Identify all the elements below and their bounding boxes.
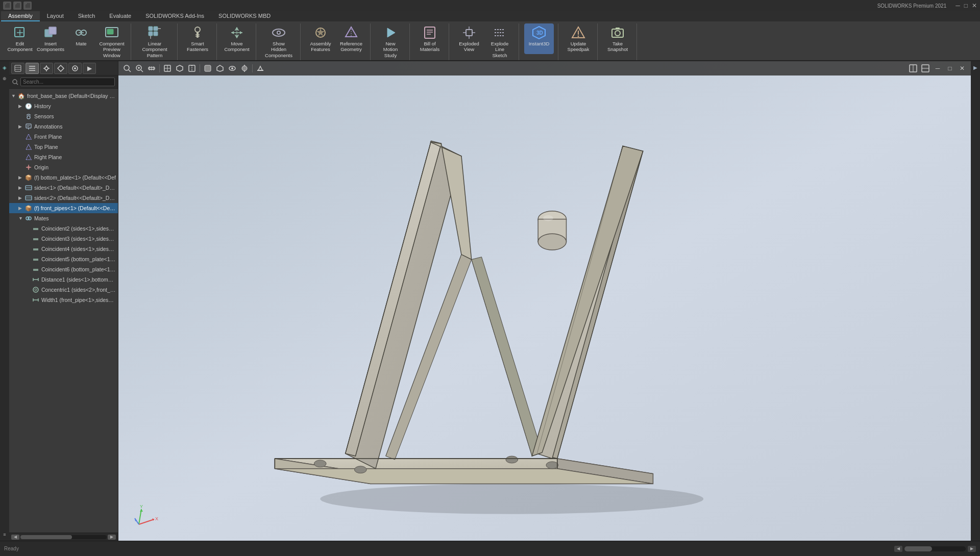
exploded-view-btn[interactable]: ExplodedView: [454, 23, 484, 55]
maximize-btn[interactable]: □: [964, 2, 968, 9]
sides2-label: sides<2> (Default<<Default>_Displ: [34, 195, 116, 201]
split-view-btn[interactable]: [908, 63, 919, 73]
update-speedpak-btn[interactable]: UpdateSpeedpak: [564, 23, 593, 55]
tab-sketch[interactable]: Sketch: [71, 11, 103, 21]
expand-mates[interactable]: ▼: [18, 216, 24, 221]
tree-item-front-pipes[interactable]: ▶ 📦 (f) front_pipes<1> (Default<<Defau: [9, 203, 118, 213]
nav-right-btn[interactable]: ▶: [968, 546, 976, 552]
linear-component-pattern-btn[interactable]: LinearComponentPattern: [136, 23, 173, 60]
tree-item-front-plane[interactable]: ▶ Front Plane: [9, 132, 118, 142]
mate-btn[interactable]: Mate: [66, 23, 96, 54]
tree-item-top-plane[interactable]: ▶ Top Plane: [9, 142, 118, 152]
tree-item-width1[interactable]: ▶ Width1 (front_pipe<1>,sides<...: [9, 295, 118, 305]
tree-item-coincident2[interactable]: ▶ Coincident2 (sides<1>,sides<2>...: [9, 223, 118, 234]
tab-evaluate[interactable]: Evaluate: [102, 11, 138, 21]
close-btn[interactable]: ✕: [972, 2, 977, 9]
scroll-right-btn[interactable]: ▶: [108, 535, 116, 540]
window-controls[interactable]: ─ □ ✕: [955, 2, 977, 9]
expand-bottom-plate[interactable]: ▶: [18, 175, 24, 180]
floor-btn[interactable]: [255, 63, 266, 73]
svg-point-138: [506, 456, 518, 463]
panel-tool-circle[interactable]: [68, 63, 82, 74]
sidebar-icon-2[interactable]: ⊕: [1, 74, 9, 83]
move-component-btn[interactable]: MoveComponent: [222, 23, 252, 55]
measure-btn[interactable]: [146, 63, 157, 73]
tree-item-sides1[interactable]: ▶ sides<1> (Default<<Default>_Displ: [9, 183, 118, 193]
tree-item-right-plane[interactable]: ▶ Right Plane: [9, 152, 118, 162]
assembly-features-btn[interactable]: AssemblyFeatures: [306, 23, 335, 55]
smart-fasteners-btn[interactable]: SmartFasteners: [183, 23, 212, 55]
right-sidebar-icon-1[interactable]: ▶: [971, 63, 979, 71]
cut-section-btn[interactable]: [186, 63, 198, 73]
take-snapshot-btn[interactable]: TakeSnapshot: [603, 23, 632, 55]
maximize-view-btn[interactable]: □: [944, 63, 955, 73]
scroll-left-btn[interactable]: ◀: [11, 535, 19, 540]
minimize-panel-btn[interactable]: ─: [932, 63, 943, 73]
title-icon-3[interactable]: ⬛: [23, 2, 32, 10]
tree-item-mates[interactable]: ▼ Mates: [9, 213, 118, 223]
expand-history[interactable]: ▶: [18, 104, 24, 109]
reference-geometry-btn[interactable]: ReferenceGeometry: [336, 23, 366, 55]
display-style-btn[interactable]: [202, 63, 213, 73]
close-view-btn[interactable]: ✕: [957, 63, 968, 73]
nav-left-btn[interactable]: ◀: [894, 546, 902, 552]
expand-sides2[interactable]: ▶: [18, 195, 24, 200]
component-preview-btn[interactable]: ComponentPreviewWindow: [97, 23, 127, 60]
sidebar-icon-bottom[interactable]: ≡: [1, 530, 9, 539]
new-motion-study-btn[interactable]: NewMotionStudy: [376, 23, 405, 60]
tree-item-root[interactable]: ▼ 🏠 front_base_base (Default<Display Sta…: [9, 91, 118, 101]
tree-item-concentric1[interactable]: ▶ Concentric1 (sides<2>,front_pi...: [9, 285, 118, 295]
view-3d-btn[interactable]: [174, 63, 185, 73]
tab-assembly[interactable]: Assembly: [1, 11, 40, 21]
show-hidden-components-btn[interactable]: ShowHiddenComponents: [261, 23, 296, 60]
tree-item-annotations[interactable]: ▶ Annotations: [9, 121, 118, 132]
tree-item-origin[interactable]: ▶ Origin: [9, 162, 118, 172]
tree-item-sides2[interactable]: ▶ sides<2> (Default<<Default>_Displ: [9, 193, 118, 203]
panel-tool-diamond[interactable]: [54, 63, 67, 74]
bill-of-materials-btn[interactable]: Bill ofMaterials: [415, 23, 445, 55]
tree-item-coincident6[interactable]: ▶ Coincident6 (bottom_plate<1>...: [9, 264, 118, 274]
zoom-in-btn[interactable]: [134, 63, 145, 73]
tree-item-bottom-plate[interactable]: ▶ 📦 (f) bottom_plate<1> (Default<<Def: [9, 172, 118, 183]
motion-group-buttons: NewMotionStudy: [376, 23, 405, 60]
wireframe-btn[interactable]: [214, 63, 226, 73]
progress-track[interactable]: [904, 546, 966, 551]
sidebar-icon-1[interactable]: ◈: [1, 63, 9, 71]
search-input[interactable]: [20, 78, 115, 86]
explode-line-sketch-btn[interactable]: ExplodeLineSketch: [485, 23, 514, 60]
insert-components-btn[interactable]: InsertComponents: [36, 23, 65, 55]
tree-item-sensors[interactable]: ▶ Sensors: [9, 111, 118, 121]
view-orient-btn[interactable]: [162, 63, 173, 73]
panel-tool-config[interactable]: [40, 63, 53, 74]
smart-fasteners-label: SmartFasteners: [187, 41, 208, 53]
zoom-btn[interactable]: [121, 63, 133, 73]
hide-show-btn[interactable]: [227, 63, 238, 73]
title-icon-2[interactable]: ⬛: [13, 2, 21, 10]
tab-solidworks-addins[interactable]: SOLIDWORKS Add-Ins: [138, 11, 211, 21]
panel-scrollbar-h[interactable]: ◀ ▶: [9, 533, 118, 541]
minimize-btn[interactable]: ─: [955, 2, 960, 9]
scroll-thumb-h[interactable]: [20, 535, 72, 539]
scroll-track-h[interactable]: [20, 535, 107, 539]
render-btn[interactable]: [239, 63, 250, 73]
title-icon-1[interactable]: ⬛: [3, 2, 11, 10]
view-area[interactable]: ─ □ ✕: [118, 61, 971, 541]
split-h-btn[interactable]: [920, 63, 931, 73]
tree-item-coincident5[interactable]: ▶ Coincident5 (bottom_plate<1>...: [9, 254, 118, 264]
tree-item-history[interactable]: ▶ 🕐 History: [9, 101, 118, 111]
panel-tool-arrow[interactable]: ▶: [83, 63, 96, 74]
tree-item-distance1[interactable]: ▶ Distance1 (sides<1>,bottom_pl...: [9, 274, 118, 285]
expand-front-pipes[interactable]: ▶: [18, 206, 24, 211]
expand-annotations[interactable]: ▶: [18, 124, 24, 129]
3d-model-view[interactable]: [118, 75, 971, 541]
expand-sides1[interactable]: ▶: [18, 185, 24, 190]
edit-component-btn[interactable]: EditComponent: [5, 23, 35, 55]
tab-layout[interactable]: Layout: [40, 11, 71, 21]
expand-root[interactable]: ▼: [11, 93, 17, 98]
instant3d-btn[interactable]: 3D Instant3D: [524, 23, 554, 54]
tab-solidworks-mbd[interactable]: SOLIDWORKS MBD: [211, 11, 278, 21]
panel-tool-list[interactable]: [26, 63, 39, 74]
panel-tool-featuretree[interactable]: [11, 63, 24, 74]
tree-item-coincident4[interactable]: ▶ Coincident4 (sides<1>,sides<2>...: [9, 244, 118, 254]
tree-item-coincident3[interactable]: ▶ Coincident3 (sides<1>,sides<2>...: [9, 234, 118, 244]
